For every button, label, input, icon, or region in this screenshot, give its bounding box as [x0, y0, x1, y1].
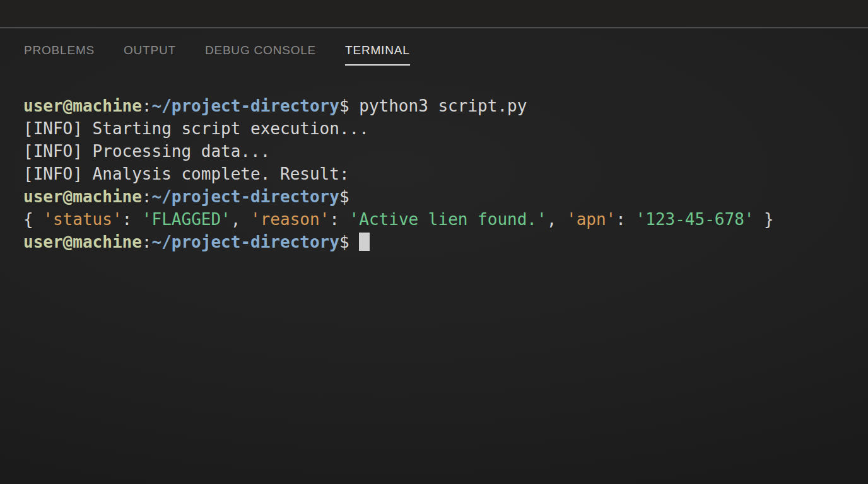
tab-terminal[interactable]: TERMINAL [345, 43, 409, 66]
vscode-window: PROBLEMS OUTPUT DEBUG CONSOLE TERMINAL u… [0, 0, 868, 484]
tab-output[interactable]: OUTPUT [124, 43, 176, 66]
terminal-line: [INFO] Analysis complete. Result: [23, 163, 855, 185]
terminal-text-segment: : [142, 96, 152, 115]
terminal-text-segment: 'apn' [566, 210, 616, 229]
terminal-output[interactable]: user@machine:~/project-directory$ python… [0, 66, 868, 253]
terminal-text-segment: ~/project-directory [152, 187, 339, 206]
terminal-line: [INFO] Processing data... [23, 140, 855, 163]
panel-tab-bar: PROBLEMS OUTPUT DEBUG CONSOLE TERMINAL [0, 28, 868, 66]
terminal-text-segment: , [547, 210, 566, 229]
terminal-text-segment: '123-45-678' [636, 210, 754, 229]
terminal-text-segment: 'Active lien found.' [349, 210, 547, 229]
terminal-text-segment: user@machine [23, 233, 142, 251]
terminal-text-segment: $ [339, 233, 359, 251]
terminal-text-segment: { [23, 210, 43, 229]
terminal-line: [INFO] Starting script execution... [23, 117, 855, 140]
terminal-text-segment: user@machine [23, 96, 142, 115]
terminal-line: user@machine:~/project-directory$ [23, 185, 855, 208]
terminal-text-segment: $ [339, 187, 349, 206]
terminal-text-segment: 'FLAGGED' [142, 210, 231, 229]
terminal-line: { 'status': 'FLAGGED', 'reason': 'Active… [23, 208, 855, 231]
terminal-text-segment: [INFO] Starting script execution... [23, 119, 369, 138]
terminal-line: user@machine:~/project-directory$ [23, 231, 855, 253]
terminal-text-segment: user@machine [23, 187, 142, 206]
terminal-line: user@machine:~/project-directory$ python… [23, 95, 855, 117]
terminal-text-segment: : [616, 210, 635, 229]
terminal-text-segment: , [231, 210, 250, 229]
terminal-text-segment: python3 script.py [359, 96, 527, 115]
terminal-text-segment: : [122, 210, 142, 229]
terminal-text-segment: 'status' [43, 210, 122, 229]
terminal-text-segment: [INFO] Processing data... [23, 142, 270, 161]
terminal-text-segment: : [329, 210, 349, 229]
editor-area-bottom [0, 0, 868, 27]
terminal-text-segment: [INFO] Analysis complete. Result: [23, 164, 349, 183]
terminal-text-segment: ~/project-directory [152, 96, 339, 115]
terminal-text-segment: 'reason' [250, 210, 329, 229]
terminal-text-segment: : [142, 187, 152, 206]
terminal-text-segment: ~/project-directory [152, 233, 339, 251]
terminal-text-segment: } [754, 210, 773, 229]
terminal-cursor [359, 233, 370, 251]
tab-debug-console[interactable]: DEBUG CONSOLE [205, 43, 316, 66]
tab-problems[interactable]: PROBLEMS [24, 43, 95, 66]
terminal-text-segment: : [142, 233, 152, 251]
terminal-text-segment: $ [339, 96, 359, 115]
